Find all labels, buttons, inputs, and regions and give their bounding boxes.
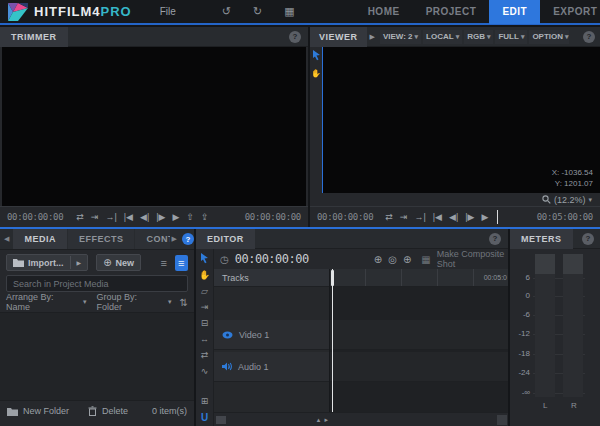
export-frame-icon[interactable]: ⇥ xyxy=(400,213,408,222)
video-track-label: Video 1 xyxy=(239,330,269,340)
viewer-expand-icon[interactable]: ▶ xyxy=(370,33,375,41)
tab-export[interactable]: EXPORT xyxy=(540,0,600,24)
viewer-help-icon[interactable]: ? xyxy=(583,31,595,43)
tab-edit[interactable]: EDIT xyxy=(489,0,540,24)
playhead-handle[interactable] xyxy=(331,270,334,286)
track-visibility-icon[interactable] xyxy=(222,331,233,339)
tab-scroll-left-icon[interactable]: ◀ xyxy=(0,235,13,243)
undo-icon[interactable]: ↺ xyxy=(222,5,231,18)
import-button[interactable]: Import... ▶ xyxy=(6,254,88,271)
editor-tab[interactable]: EDITOR xyxy=(196,229,255,249)
zoom-level-value: (12.2%) xyxy=(554,195,586,205)
tab-home[interactable]: HOME xyxy=(355,0,413,24)
media-list-area[interactable] xyxy=(0,312,194,401)
coordinate-y: Y: 1201.07 xyxy=(552,178,593,189)
editor-help-icon[interactable]: ? xyxy=(489,233,501,245)
meters-tab[interactable]: METERS xyxy=(510,229,573,249)
quality-dropdown[interactable]: FULL ▾ xyxy=(495,30,527,44)
redo-icon[interactable]: ↻ xyxy=(253,5,262,18)
goto-in-icon[interactable]: →| xyxy=(105,213,116,222)
viewer-canvas[interactable]: X: -1036.54 Y: 1201.07 xyxy=(323,47,600,193)
delete-button[interactable]: Delete xyxy=(102,406,128,416)
video-track-header[interactable]: Video 1 xyxy=(214,320,329,350)
tab-effects[interactable]: EFFECTS xyxy=(68,229,135,249)
tracks-label: Tracks xyxy=(222,273,249,283)
channel-dropdown[interactable]: RGB ▾ xyxy=(464,30,493,44)
in-point-button[interactable]: ⊕ xyxy=(374,254,382,265)
audio-track-header[interactable]: Audio 1 xyxy=(214,352,329,382)
timeline-zoom-arrow-icon[interactable]: ▸ xyxy=(324,416,328,424)
video-track-lane[interactable] xyxy=(330,320,508,350)
detail-view-icon[interactable]: ≡ xyxy=(175,255,188,271)
goto-in-icon[interactable]: →| xyxy=(414,213,425,222)
timeline-playhead[interactable] xyxy=(332,269,333,412)
step-forward-icon[interactable]: |▶ xyxy=(156,213,165,222)
options-dropdown[interactable]: OPTION ▾ xyxy=(529,30,569,44)
slide-tool-icon[interactable]: ⇄ xyxy=(201,351,209,360)
export-frame-icon[interactable]: ⇥ xyxy=(91,213,99,222)
sort-direction-icon[interactable]: ⇅ xyxy=(180,297,188,308)
universal-tool-icon[interactable]: U xyxy=(201,413,208,423)
slice-tool-icon[interactable]: ▱ xyxy=(201,287,208,296)
timeline-ruler[interactable]: 00:05:0 xyxy=(330,269,508,287)
magnifier-icon xyxy=(542,195,551,204)
file-menu[interactable]: File xyxy=(160,6,176,17)
chevron-down-icon: ▾ xyxy=(168,298,172,306)
goto-start-icon[interactable]: |◀ xyxy=(124,213,133,222)
tab-media[interactable]: MEDIA xyxy=(13,229,67,249)
new-button[interactable]: ⊕ New xyxy=(96,254,141,271)
rate-stretch-tool-icon[interactable]: ∿ xyxy=(201,367,209,376)
audio-track-lane[interactable] xyxy=(330,352,508,382)
chevron-down-icon: ▾ xyxy=(487,33,491,41)
right-level-meter xyxy=(563,254,583,397)
group-by-dropdown[interactable]: Group By: Folder xyxy=(97,292,165,312)
import-menu-arrow-icon[interactable]: ▶ xyxy=(77,259,82,266)
slip-tool-icon[interactable]: ↔ xyxy=(200,335,209,344)
make-composite-shot-button[interactable]: Make Composite Shot xyxy=(437,249,508,269)
current-frame-button[interactable]: ◎ xyxy=(388,254,397,265)
viewer-tab[interactable]: VIEWER xyxy=(310,27,367,47)
editor-timecode[interactable]: 00:00:00:00 xyxy=(235,252,309,266)
overlay-to-timeline-icon[interactable]: ⇪ xyxy=(201,213,209,222)
seek-playhead[interactable] xyxy=(497,210,498,224)
step-back-icon[interactable]: ◀| xyxy=(449,213,458,222)
scrollbar-handle[interactable] xyxy=(216,416,226,424)
tab-project[interactable]: PROJECT xyxy=(413,0,490,24)
ripple-edit-tool-icon[interactable]: ⇥ xyxy=(201,303,209,312)
play-button[interactable]: ▶ xyxy=(173,213,180,222)
trimmer-help-icon[interactable]: ? xyxy=(289,31,301,43)
workspace-grid-icon[interactable]: ▦ xyxy=(284,5,294,18)
grid-toggle-icon[interactable]: ⊞ xyxy=(201,397,209,406)
select-tool-icon[interactable] xyxy=(200,253,209,264)
viewer-zoom-control[interactable]: (12.2%) ▾ xyxy=(310,193,600,206)
search-input[interactable] xyxy=(6,275,188,292)
quality-value: FULL xyxy=(498,32,518,41)
viewer-seek-bar[interactable] xyxy=(495,210,529,224)
arrange-by-dropdown[interactable]: Arrange By: Name xyxy=(6,292,79,312)
roll-edit-tool-icon[interactable]: ⊟ xyxy=(201,319,209,328)
goto-start-icon[interactable]: |◀ xyxy=(433,213,442,222)
step-forward-icon[interactable]: |▶ xyxy=(465,213,474,222)
tab-controls[interactable]: CONTROL xyxy=(135,229,169,249)
hand-tool-icon[interactable]: ✋ xyxy=(311,69,321,78)
timeline-zoom-out-icon[interactable]: ▲ xyxy=(316,417,322,423)
scale-minusinf: -∞ xyxy=(510,388,530,397)
view-mode-dropdown[interactable]: VIEW: 2 ▾ xyxy=(380,30,421,44)
track-audio-icon[interactable] xyxy=(222,362,232,371)
select-tool-icon[interactable] xyxy=(312,50,321,61)
media-help-icon[interactable]: ? xyxy=(182,233,194,245)
list-view-icon[interactable]: ≡ xyxy=(157,255,170,271)
meters-help-icon[interactable]: ? xyxy=(582,233,594,245)
loop-playback-icon[interactable]: ⇄ xyxy=(76,213,84,222)
play-button[interactable]: ▶ xyxy=(482,213,489,222)
tab-scroll-right-icon[interactable]: ▶ xyxy=(170,235,179,243)
editor-horizontal-scrollbar[interactable]: ▲ ▸ xyxy=(214,412,508,426)
insert-to-timeline-icon[interactable]: ⇧ xyxy=(186,213,194,222)
hand-tool-icon[interactable]: ✋ xyxy=(199,271,210,280)
loop-playback-icon[interactable]: ⇄ xyxy=(385,213,393,222)
step-back-icon[interactable]: ◀| xyxy=(140,213,149,222)
new-folder-button[interactable]: New Folder xyxy=(23,406,69,416)
out-point-button[interactable]: ⊕ xyxy=(403,254,411,265)
color-space-dropdown[interactable]: LOCAL ▾ xyxy=(423,30,462,44)
trimmer-tab[interactable]: TRIMMER xyxy=(0,27,68,47)
